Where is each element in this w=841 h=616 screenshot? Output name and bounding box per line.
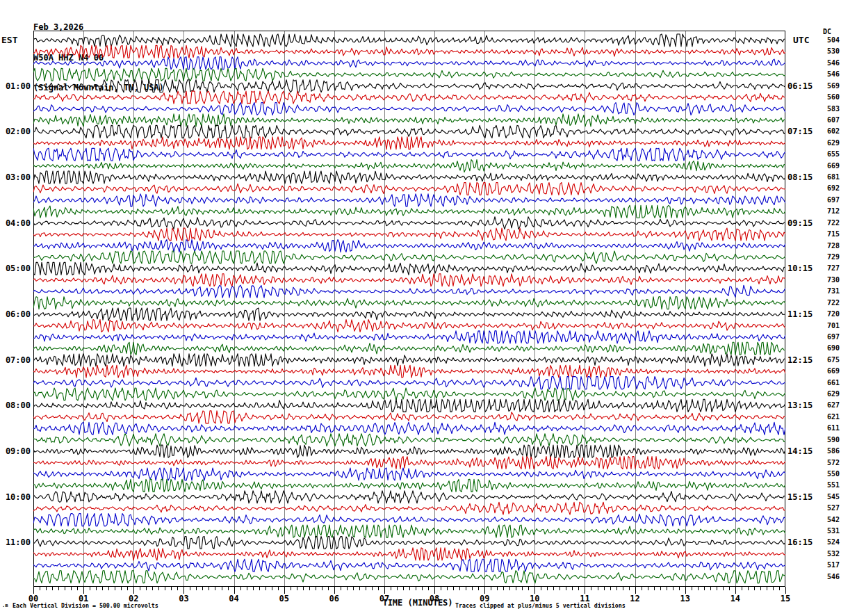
dc-value: 669: [809, 162, 840, 170]
seismic-trace: [33, 103, 785, 115]
dc-value: 727: [809, 264, 840, 273]
seismic-trace: [33, 502, 785, 514]
dc-value: 715: [809, 230, 840, 238]
dc-value: 602: [809, 127, 840, 136]
seismic-trace: [33, 45, 785, 58]
seismic-trace: [33, 377, 785, 389]
seismic-trace: [33, 34, 785, 47]
minute-label: 12: [626, 594, 644, 603]
seismic-trace: [33, 537, 785, 549]
minute-label: 15: [776, 594, 794, 603]
seismic-trace: [33, 457, 785, 469]
seismic-trace: [33, 479, 785, 492]
seismic-trace: [33, 331, 785, 343]
dc-value: 697: [809, 196, 840, 204]
minute-label: 03: [174, 594, 193, 603]
dc-value: 527: [809, 504, 840, 512]
dc-value: 560: [809, 93, 840, 102]
seismic-trace: [33, 251, 785, 264]
dc-value: 629: [809, 390, 840, 398]
seismic-trace: [33, 445, 785, 457]
clipping-note: Traces clipped at plus/minus 5 vertical …: [455, 602, 626, 609]
dc-value: 546: [809, 573, 840, 581]
utc-header-label: UTC: [793, 35, 809, 45]
dc-value: 530: [809, 47, 840, 56]
dc-value: 532: [809, 550, 840, 558]
seismic-trace: [33, 354, 785, 366]
dc-value: 546: [809, 59, 840, 67]
dc-value: 701: [809, 322, 840, 330]
minute-label: 04: [225, 594, 243, 603]
dc-value: 722: [809, 219, 840, 227]
seismic-trace: [33, 274, 785, 286]
dc-value: 690: [809, 344, 840, 352]
dc-value: 517: [809, 561, 840, 569]
seismic-trace: [33, 194, 785, 206]
dc-value: 611: [809, 424, 840, 432]
dc-value: 546: [809, 70, 840, 79]
seismic-trace: [33, 297, 785, 309]
dc-value: 590: [809, 436, 840, 444]
dc-value: 545: [809, 493, 840, 501]
dc-value: 731: [809, 287, 840, 295]
plot-frame: [34, 31, 785, 587]
est-time-label: 10:00: [0, 492, 31, 502]
dc-value: 569: [809, 82, 840, 90]
dc-value: 551: [809, 481, 840, 489]
est-time-label: 01:00: [0, 81, 31, 91]
seismic-trace: [33, 240, 785, 252]
est-time-label: 07:00: [0, 355, 31, 365]
est-time-label: 04:00: [0, 218, 31, 228]
seismogram-plot: [33, 31, 785, 587]
seismic-trace: [33, 160, 785, 172]
seismic-trace: [33, 434, 785, 446]
seismic-trace: [33, 171, 785, 184]
seismic-trace: [33, 342, 785, 355]
seismic-trace: [33, 525, 785, 537]
est-time-label: 06:00: [0, 309, 31, 319]
dc-value: 621: [809, 413, 840, 421]
dc-value: 728: [809, 242, 840, 250]
seismic-trace: [33, 285, 785, 298]
seismic-trace: [33, 571, 785, 583]
dc-value: 583: [809, 105, 840, 113]
seismic-trace: [33, 388, 785, 400]
seismic-trace: [33, 183, 785, 195]
est-time-label: 05:00: [0, 264, 31, 273]
est-time-label: 09:00: [0, 446, 31, 456]
minute-label: 13: [676, 594, 694, 603]
dc-value: 627: [809, 401, 840, 410]
dc-value: 669: [809, 367, 840, 375]
seismic-trace: [33, 228, 785, 241]
seismic-trace: [33, 411, 785, 423]
seismic-trace: [33, 137, 785, 149]
seismic-trace: [33, 491, 785, 503]
dc-value: 692: [809, 184, 840, 193]
dc-value: 586: [809, 447, 840, 455]
dc-value: 542: [809, 516, 840, 524]
dc-value: 655: [809, 150, 840, 159]
dc-value: 629: [809, 139, 840, 147]
dc-value: 712: [809, 207, 840, 216]
seismic-trace: [33, 148, 785, 161]
seismic-trace: [33, 57, 785, 70]
est-time-label: 02:00: [0, 127, 31, 136]
x-axis-ticks: [33, 587, 787, 596]
dc-value: 607: [809, 116, 840, 124]
dc-value: 697: [809, 333, 840, 341]
seismic-trace: [33, 262, 785, 275]
dc-value: 675: [809, 356, 840, 364]
seismic-trace: [33, 80, 785, 92]
dc-value: 531: [809, 527, 840, 535]
dc-value: 572: [809, 459, 840, 467]
est-time-label: 03:00: [0, 172, 31, 182]
corner-mark: .m: [2, 603, 8, 608]
seismic-trace: [33, 217, 785, 229]
dc-value: 729: [809, 253, 840, 261]
seismic-trace: [33, 114, 785, 127]
seismic-trace: [33, 308, 785, 321]
seismic-trace: [33, 320, 785, 332]
dc-value: 722: [809, 299, 840, 307]
seismic-trace: [33, 559, 785, 572]
seismic-trace: [33, 205, 785, 218]
